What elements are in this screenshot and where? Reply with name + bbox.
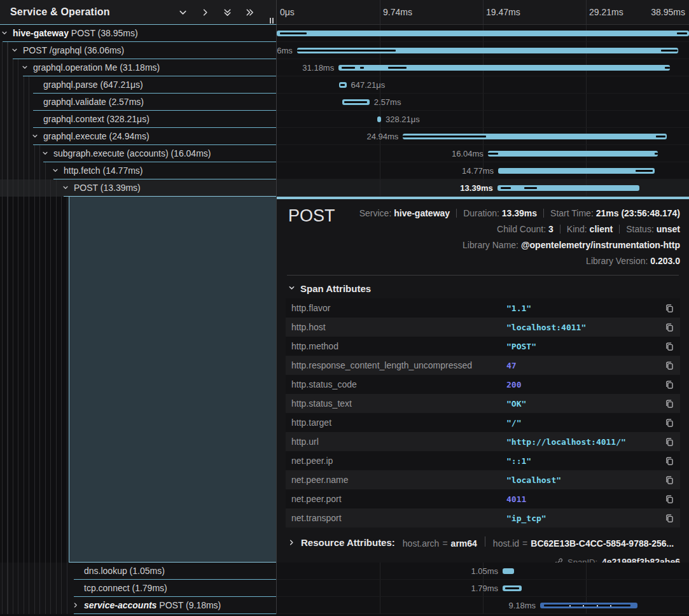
chevron-down-icon[interactable] bbox=[42, 150, 48, 157]
attribute-row: net.peer.ip"::1" bbox=[286, 451, 680, 470]
span-name-cell[interactable]: graphql.validate (2.57ms) bbox=[0, 94, 277, 111]
resource-key: host.id bbox=[493, 538, 519, 549]
copy-icon[interactable] bbox=[665, 418, 674, 428]
attribute-row: http.method"POST" bbox=[286, 337, 680, 356]
span-bar-cell[interactable]: 36.06ms bbox=[277, 42, 689, 59]
span-bar-cell[interactable]: 328.21μs bbox=[277, 111, 689, 128]
chevron-down-icon[interactable] bbox=[1, 30, 8, 36]
indent-guides bbox=[2, 162, 50, 179]
span-bar-cell[interactable]: 9.18ms bbox=[277, 597, 689, 614]
span-bar-cell[interactable]: 1.05ms bbox=[277, 563, 689, 580]
span-bar-cell[interactable]: 16.04ms bbox=[277, 145, 689, 162]
chevron-down-icon[interactable] bbox=[11, 47, 18, 53]
indent-guides bbox=[2, 76, 30, 94]
span-name-cell[interactable]: http.fetch (14.77ms) bbox=[0, 162, 277, 179]
span-row: graphql.context (328.21μs)328.21μs bbox=[0, 111, 689, 128]
span-label-part: service-accounts bbox=[84, 600, 157, 610]
span-duration-bar[interactable] bbox=[503, 568, 513, 574]
copy-icon[interactable] bbox=[665, 342, 674, 351]
span-bar-cell[interactable] bbox=[277, 25, 689, 42]
span-attributes-toggle[interactable]: Span Attributes bbox=[286, 283, 680, 294]
span-duration-bar[interactable] bbox=[297, 48, 678, 53]
copy-icon[interactable] bbox=[665, 475, 674, 485]
span-row: graphql.parse (647.21μs)647.21μs bbox=[0, 76, 689, 94]
attribute-key: http.response_content_length_uncompresse… bbox=[291, 360, 506, 370]
tick-label: 29.21ms bbox=[589, 0, 623, 24]
copy-icon[interactable] bbox=[665, 361, 674, 370]
duration-label: 36.06ms bbox=[277, 42, 297, 59]
meta-value: unset bbox=[657, 224, 680, 234]
copy-icon[interactable] bbox=[665, 514, 674, 523]
attribute-row: net.peer.port4011 bbox=[286, 489, 680, 508]
span-label: http.fetch (14.77ms) bbox=[64, 162, 143, 179]
copy-icon[interactable] bbox=[665, 304, 674, 313]
span-name-cell[interactable]: graphql.execute (24.94ms) bbox=[0, 128, 277, 145]
resource-attributes-toggle[interactable]: Resource Attributes: host.arch=arm64host… bbox=[286, 536, 680, 549]
span-bar-cell[interactable]: 14.77ms bbox=[277, 162, 689, 179]
span-duration-bar[interactable] bbox=[403, 134, 667, 139]
span-duration-bar[interactable] bbox=[342, 99, 370, 105]
span-label-part: graphql.operation Me (31.18ms) bbox=[33, 62, 160, 73]
attribute-row: net.transport"ip_tcp" bbox=[286, 508, 680, 528]
span-duration-bar[interactable] bbox=[339, 82, 347, 88]
child-span-mark bbox=[360, 67, 364, 69]
span-bar-cell[interactable]: 647.21μs bbox=[277, 76, 689, 94]
span-duration-bar[interactable] bbox=[503, 585, 522, 591]
span-duration-bar[interactable] bbox=[338, 65, 669, 71]
span-bar-cell[interactable]: 2.57ms bbox=[277, 94, 689, 111]
chevron-down-icon[interactable] bbox=[22, 64, 28, 71]
span-name-cell[interactable]: dns.lookup (1.05ms) bbox=[0, 563, 277, 580]
span-row: http.fetch (14.77ms)14.77ms bbox=[0, 162, 689, 179]
span-name-cell[interactable]: tcp.connect (1.79ms) bbox=[0, 580, 277, 597]
span-name-cell[interactable]: subgraph.execute (accounts) (16.04ms) bbox=[0, 145, 277, 162]
span-name-cell[interactable]: POST (13.39ms) bbox=[0, 179, 277, 197]
meta-item: Duration: 13.39ms bbox=[463, 208, 537, 218]
span-bar-cell[interactable]: 24.94ms bbox=[277, 128, 689, 145]
grid-line bbox=[483, 0, 484, 24]
span-title: POST bbox=[286, 206, 335, 226]
copy-icon[interactable] bbox=[665, 399, 674, 409]
duration-label: 24.94ms bbox=[362, 128, 403, 145]
span-bar-cell[interactable]: 31.18ms bbox=[277, 59, 689, 76]
chevron-down-icon[interactable] bbox=[32, 133, 38, 139]
grid-line bbox=[380, 179, 380, 196]
copy-icon[interactable] bbox=[665, 380, 674, 389]
chevron-down-icon[interactable] bbox=[52, 167, 59, 174]
child-span-mark bbox=[388, 67, 407, 69]
span-name-cell[interactable]: service-accounts POST (9.18ms) bbox=[0, 597, 277, 614]
span-duration-bar[interactable] bbox=[498, 168, 655, 174]
span-name-cell[interactable]: graphql.operation Me (31.18ms) bbox=[0, 59, 277, 76]
span-duration-bar[interactable] bbox=[498, 185, 639, 191]
meta-line: Library Version: 0.203.0 bbox=[335, 253, 680, 269]
column-resize-handle[interactable] bbox=[270, 18, 274, 24]
span-label: service-accounts POST (9.18ms) bbox=[84, 597, 221, 613]
double-chevron-down-icon[interactable] bbox=[223, 8, 232, 17]
double-chevron-right-icon[interactable] bbox=[245, 8, 254, 17]
tree-controls bbox=[178, 8, 254, 17]
copy-icon[interactable] bbox=[665, 437, 674, 447]
span-duration-bar[interactable] bbox=[277, 31, 689, 36]
attribute-key: http.flavor bbox=[291, 303, 506, 313]
span-bar-cell[interactable]: 13.39ms bbox=[277, 179, 689, 197]
span-name-cell[interactable]: POST /graphql (36.06ms) bbox=[0, 42, 277, 59]
copy-icon[interactable] bbox=[665, 323, 674, 332]
child-span-dot bbox=[610, 605, 611, 606]
meta-item: Child Count: 3 bbox=[497, 224, 553, 234]
copy-icon[interactable] bbox=[665, 456, 674, 466]
child-span-mark bbox=[344, 101, 367, 103]
span-name-cell[interactable]: graphql.parse (647.21μs) bbox=[0, 76, 277, 94]
child-span-dot bbox=[597, 605, 598, 606]
span-duration-bar[interactable] bbox=[488, 151, 658, 157]
span-bar-cell[interactable]: 1.79ms bbox=[277, 580, 689, 597]
chevron-down-icon[interactable] bbox=[62, 185, 69, 191]
span-name-cell[interactable]: graphql.context (328.21μs) bbox=[0, 111, 277, 128]
chevron-down-icon[interactable] bbox=[178, 8, 188, 17]
span-duration-bar[interactable] bbox=[540, 603, 637, 608]
chevron-right-icon[interactable] bbox=[73, 602, 79, 608]
span-name-cell[interactable]: hive-gateway POST (38.95ms) bbox=[0, 25, 277, 42]
span-row: hive-gateway POST (38.95ms) bbox=[0, 25, 689, 42]
span-label-part: subgraph.execute (accounts) (16.04ms) bbox=[53, 148, 211, 158]
copy-icon[interactable] bbox=[665, 494, 674, 504]
meta-item: Service: hive-gateway bbox=[359, 208, 450, 218]
chevron-right-icon[interactable] bbox=[200, 8, 210, 17]
